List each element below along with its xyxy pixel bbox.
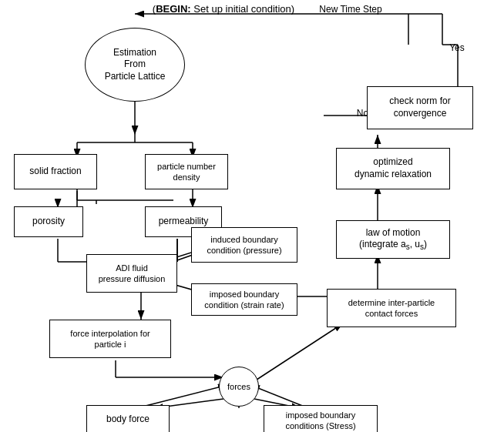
body-force-box: body force xyxy=(86,405,170,432)
determine-inter-box: determine inter-particlecontact forces xyxy=(327,289,456,327)
begin-rest: Set up initial condition) xyxy=(191,3,294,15)
begin-bold: BEGIN: xyxy=(156,3,191,15)
flowchart-diagram: (BEGIN: Set up initial condition) New Ti… xyxy=(0,0,504,432)
solid-fraction-box: solid fraction xyxy=(14,154,97,189)
particle-number-density-box: particle numberdensity xyxy=(145,154,228,189)
estimation-ellipse: EstimationFromParticle Lattice xyxy=(85,28,185,102)
svg-line-38 xyxy=(254,323,343,381)
porosity-box: porosity xyxy=(14,206,83,237)
imposed-bc-strain-box: imposed boundarycondition (strain rate) xyxy=(191,283,297,316)
force-interp-box: force interpolation forparticle i xyxy=(49,320,171,358)
new-time-step-label: New Time Step xyxy=(301,4,401,15)
check-norm-box: check norm forconvergence xyxy=(367,86,473,129)
estimation-label: EstimationFromParticle Lattice xyxy=(105,47,166,83)
law-of-motion-box: law of motion(integrate as, us) xyxy=(336,220,450,259)
yes-label: Yes xyxy=(445,42,469,53)
induced-bc-box: induced boundarycondition (pressure) xyxy=(191,227,297,263)
forces-circle: forces xyxy=(219,367,259,407)
imposed-bc-stress-box: imposed boundaryconditions (Stress) xyxy=(264,405,378,432)
svg-line-41 xyxy=(143,385,227,407)
optimized-dr-box: optimizeddynamic relaxation xyxy=(336,148,450,189)
adi-fluid-box: ADI fluidpressure diffusion xyxy=(86,254,177,293)
